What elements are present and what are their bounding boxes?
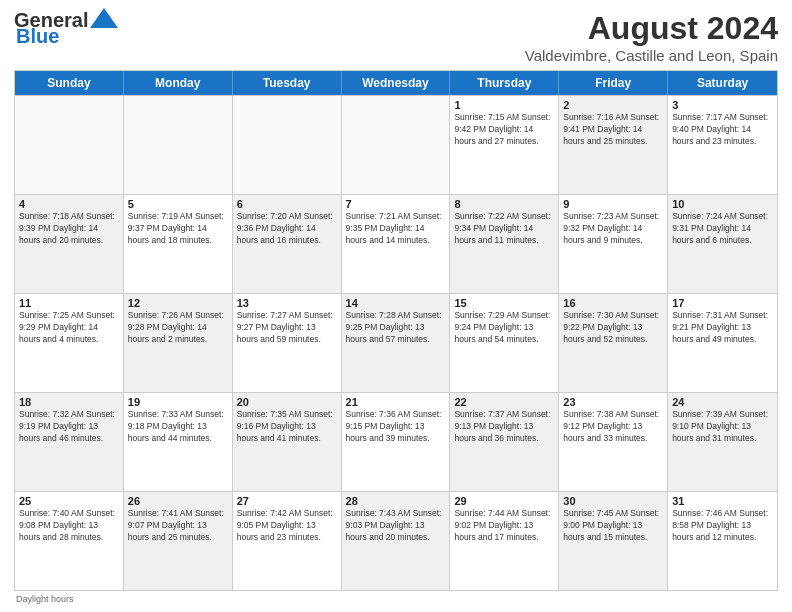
day-number: 16: [563, 297, 663, 309]
cell-daylight-info: Sunrise: 7:35 AM Sunset: 9:16 PM Dayligh…: [237, 409, 337, 445]
day-number: 25: [19, 495, 119, 507]
cell-daylight-info: Sunrise: 7:19 AM Sunset: 9:37 PM Dayligh…: [128, 211, 228, 247]
calendar-cell: [342, 96, 451, 194]
calendar-cell: 29Sunrise: 7:44 AM Sunset: 9:02 PM Dayli…: [450, 492, 559, 590]
calendar-cell: 10Sunrise: 7:24 AM Sunset: 9:31 PM Dayli…: [668, 195, 777, 293]
day-number: 21: [346, 396, 446, 408]
cell-daylight-info: Sunrise: 7:22 AM Sunset: 9:34 PM Dayligh…: [454, 211, 554, 247]
calendar-cell: 23Sunrise: 7:38 AM Sunset: 9:12 PM Dayli…: [559, 393, 668, 491]
day-number: 24: [672, 396, 773, 408]
calendar-cell: 24Sunrise: 7:39 AM Sunset: 9:10 PM Dayli…: [668, 393, 777, 491]
weekday-header: Saturday: [668, 71, 777, 95]
weekday-header: Sunday: [15, 71, 124, 95]
cell-daylight-info: Sunrise: 7:18 AM Sunset: 9:39 PM Dayligh…: [19, 211, 119, 247]
day-number: 29: [454, 495, 554, 507]
calendar-cell: 27Sunrise: 7:42 AM Sunset: 9:05 PM Dayli…: [233, 492, 342, 590]
cell-daylight-info: Sunrise: 7:17 AM Sunset: 9:40 PM Dayligh…: [672, 112, 773, 148]
day-number: 7: [346, 198, 446, 210]
calendar-cell: 16Sunrise: 7:30 AM Sunset: 9:22 PM Dayli…: [559, 294, 668, 392]
cell-daylight-info: Sunrise: 7:31 AM Sunset: 9:21 PM Dayligh…: [672, 310, 773, 346]
day-number: 17: [672, 297, 773, 309]
calendar-cell: 20Sunrise: 7:35 AM Sunset: 9:16 PM Dayli…: [233, 393, 342, 491]
calendar-cell: 5Sunrise: 7:19 AM Sunset: 9:37 PM Daylig…: [124, 195, 233, 293]
day-number: 14: [346, 297, 446, 309]
logo: General Blue: [14, 10, 118, 46]
cell-daylight-info: Sunrise: 7:44 AM Sunset: 9:02 PM Dayligh…: [454, 508, 554, 544]
calendar-cell: 25Sunrise: 7:40 AM Sunset: 9:08 PM Dayli…: [15, 492, 124, 590]
title-block: August 2024 Valdevimbre, Castille and Le…: [525, 10, 778, 64]
cell-daylight-info: Sunrise: 7:21 AM Sunset: 9:35 PM Dayligh…: [346, 211, 446, 247]
calendar-cell: 3Sunrise: 7:17 AM Sunset: 9:40 PM Daylig…: [668, 96, 777, 194]
calendar-cell: 17Sunrise: 7:31 AM Sunset: 9:21 PM Dayli…: [668, 294, 777, 392]
calendar-cell: 8Sunrise: 7:22 AM Sunset: 9:34 PM Daylig…: [450, 195, 559, 293]
day-number: 3: [672, 99, 773, 111]
day-number: 2: [563, 99, 663, 111]
day-number: 30: [563, 495, 663, 507]
cell-daylight-info: Sunrise: 7:25 AM Sunset: 9:29 PM Dayligh…: [19, 310, 119, 346]
calendar-cell: 21Sunrise: 7:36 AM Sunset: 9:15 PM Dayli…: [342, 393, 451, 491]
cell-daylight-info: Sunrise: 7:43 AM Sunset: 9:03 PM Dayligh…: [346, 508, 446, 544]
calendar-body: 1Sunrise: 7:15 AM Sunset: 9:42 PM Daylig…: [15, 95, 777, 590]
day-number: 12: [128, 297, 228, 309]
page-title: August 2024: [525, 10, 778, 47]
cell-daylight-info: Sunrise: 7:27 AM Sunset: 9:27 PM Dayligh…: [237, 310, 337, 346]
cell-daylight-info: Sunrise: 7:41 AM Sunset: 9:07 PM Dayligh…: [128, 508, 228, 544]
cell-daylight-info: Sunrise: 7:33 AM Sunset: 9:18 PM Dayligh…: [128, 409, 228, 445]
calendar-cell: 15Sunrise: 7:29 AM Sunset: 9:24 PM Dayli…: [450, 294, 559, 392]
calendar-cell: 7Sunrise: 7:21 AM Sunset: 9:35 PM Daylig…: [342, 195, 451, 293]
cell-daylight-info: Sunrise: 7:42 AM Sunset: 9:05 PM Dayligh…: [237, 508, 337, 544]
calendar-row: 11Sunrise: 7:25 AM Sunset: 9:29 PM Dayli…: [15, 293, 777, 392]
cell-daylight-info: Sunrise: 7:16 AM Sunset: 9:41 PM Dayligh…: [563, 112, 663, 148]
day-number: 11: [19, 297, 119, 309]
day-number: 20: [237, 396, 337, 408]
calendar-cell: 4Sunrise: 7:18 AM Sunset: 9:39 PM Daylig…: [15, 195, 124, 293]
calendar-cell: 30Sunrise: 7:45 AM Sunset: 9:00 PM Dayli…: [559, 492, 668, 590]
day-number: 9: [563, 198, 663, 210]
cell-daylight-info: Sunrise: 7:28 AM Sunset: 9:25 PM Dayligh…: [346, 310, 446, 346]
calendar-cell: 31Sunrise: 7:46 AM Sunset: 8:58 PM Dayli…: [668, 492, 777, 590]
calendar-cell: 26Sunrise: 7:41 AM Sunset: 9:07 PM Dayli…: [124, 492, 233, 590]
cell-daylight-info: Sunrise: 7:37 AM Sunset: 9:13 PM Dayligh…: [454, 409, 554, 445]
calendar-cell: 22Sunrise: 7:37 AM Sunset: 9:13 PM Dayli…: [450, 393, 559, 491]
weekday-header: Wednesday: [342, 71, 451, 95]
calendar-cell: 9Sunrise: 7:23 AM Sunset: 9:32 PM Daylig…: [559, 195, 668, 293]
page-subtitle: Valdevimbre, Castille and Leon, Spain: [525, 47, 778, 64]
day-number: 22: [454, 396, 554, 408]
cell-daylight-info: Sunrise: 7:32 AM Sunset: 9:19 PM Dayligh…: [19, 409, 119, 445]
cell-daylight-info: Sunrise: 7:20 AM Sunset: 9:36 PM Dayligh…: [237, 211, 337, 247]
logo-blue: Blue: [16, 26, 59, 46]
calendar-cell: 1Sunrise: 7:15 AM Sunset: 9:42 PM Daylig…: [450, 96, 559, 194]
weekday-header: Friday: [559, 71, 668, 95]
cell-daylight-info: Sunrise: 7:39 AM Sunset: 9:10 PM Dayligh…: [672, 409, 773, 445]
calendar-row: 4Sunrise: 7:18 AM Sunset: 9:39 PM Daylig…: [15, 194, 777, 293]
calendar-cell: 14Sunrise: 7:28 AM Sunset: 9:25 PM Dayli…: [342, 294, 451, 392]
calendar-cell: 13Sunrise: 7:27 AM Sunset: 9:27 PM Dayli…: [233, 294, 342, 392]
cell-daylight-info: Sunrise: 7:24 AM Sunset: 9:31 PM Dayligh…: [672, 211, 773, 247]
svg-marker-0: [90, 8, 118, 28]
calendar-cell: 28Sunrise: 7:43 AM Sunset: 9:03 PM Dayli…: [342, 492, 451, 590]
day-number: 19: [128, 396, 228, 408]
calendar-cell: 11Sunrise: 7:25 AM Sunset: 9:29 PM Dayli…: [15, 294, 124, 392]
cell-daylight-info: Sunrise: 7:36 AM Sunset: 9:15 PM Dayligh…: [346, 409, 446, 445]
day-number: 13: [237, 297, 337, 309]
cell-daylight-info: Sunrise: 7:30 AM Sunset: 9:22 PM Dayligh…: [563, 310, 663, 346]
calendar-row: 18Sunrise: 7:32 AM Sunset: 9:19 PM Dayli…: [15, 392, 777, 491]
cell-daylight-info: Sunrise: 7:15 AM Sunset: 9:42 PM Dayligh…: [454, 112, 554, 148]
calendar-cell: 12Sunrise: 7:26 AM Sunset: 9:28 PM Dayli…: [124, 294, 233, 392]
day-number: 15: [454, 297, 554, 309]
day-number: 26: [128, 495, 228, 507]
calendar-header: SundayMondayTuesdayWednesdayThursdayFrid…: [15, 71, 777, 95]
calendar-cell: 19Sunrise: 7:33 AM Sunset: 9:18 PM Dayli…: [124, 393, 233, 491]
day-number: 27: [237, 495, 337, 507]
header: General Blue August 2024 Valdevimbre, Ca…: [14, 10, 778, 64]
cell-daylight-info: Sunrise: 7:23 AM Sunset: 9:32 PM Dayligh…: [563, 211, 663, 247]
calendar: SundayMondayTuesdayWednesdayThursdayFrid…: [14, 70, 778, 591]
weekday-header: Monday: [124, 71, 233, 95]
cell-daylight-info: Sunrise: 7:38 AM Sunset: 9:12 PM Dayligh…: [563, 409, 663, 445]
day-number: 18: [19, 396, 119, 408]
day-number: 4: [19, 198, 119, 210]
calendar-cell: [15, 96, 124, 194]
calendar-cell: [233, 96, 342, 194]
day-number: 5: [128, 198, 228, 210]
cell-daylight-info: Sunrise: 7:26 AM Sunset: 9:28 PM Dayligh…: [128, 310, 228, 346]
